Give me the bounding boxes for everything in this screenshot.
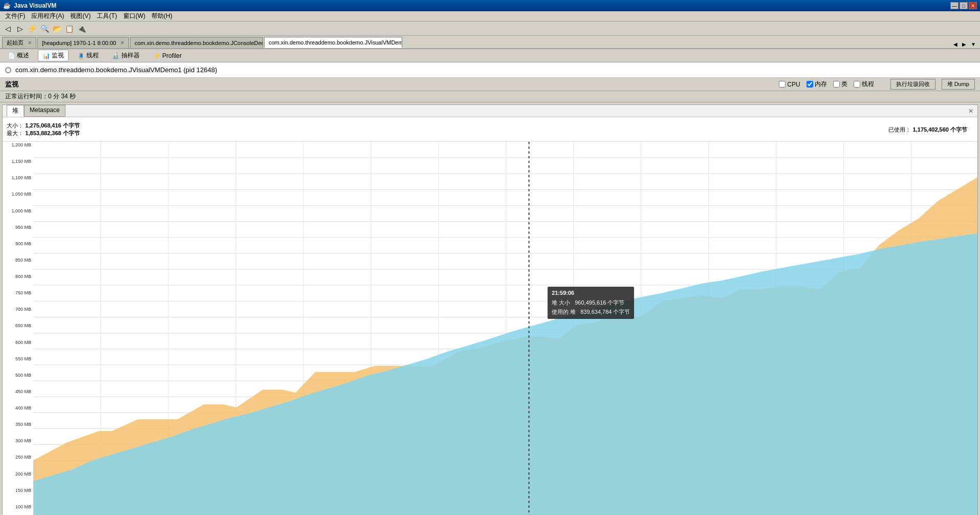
sub-tab-sampler-icon: 🔬 — [112, 52, 120, 59]
close-button[interactable]: ✕ — [969, 2, 977, 9]
toolbar-btn-5[interactable]: 📂 — [51, 23, 62, 34]
sub-tab-overview[interactable]: 📄 概述 — [3, 50, 34, 61]
main-area: 堆 Metaspace ✕ 大小： 1,275,068,416 个字节 最大： … — [0, 102, 980, 515]
y-label-1000: 1,000 MB — [3, 209, 33, 213]
used-label: 已使用： — [888, 126, 911, 132]
toolbar-btn-7[interactable]: 🔌 — [76, 23, 87, 34]
cb-mem-item[interactable]: 内存 — [807, 80, 827, 89]
sub-tab-sampler-label: 抽样器 — [121, 51, 140, 60]
sub-tab-profiler[interactable]: ⚡ Profiler — [148, 51, 186, 61]
sub-tab-profiler-label: Profiler — [162, 52, 182, 59]
menu-view[interactable]: 视图(V) — [67, 11, 94, 22]
y-label-1050: 1,050 MB — [3, 192, 33, 197]
y-label-900: 900 MB — [3, 242, 33, 246]
tooltip-used-heap-label: 使用的 堆 — [552, 309, 576, 315]
sub-tab-overview-label: 概述 — [17, 51, 29, 60]
tab-nav-right[interactable]: ▶ — [960, 40, 968, 48]
status-bar: 正常运行时间：0 分 34 秒 — [0, 91, 980, 102]
tab-visualvm1[interactable]: com.xin.demo.threaddemo.bookdemo.JVisual… — [264, 37, 402, 48]
heap-dump-button[interactable]: 堆 Dump — [942, 79, 975, 90]
monitor-label: 监视 — [5, 80, 18, 89]
tab-nav-left[interactable]: ◀ — [951, 40, 960, 48]
y-label-550: 550 MB — [3, 357, 33, 361]
minimize-button[interactable]: — — [950, 2, 959, 9]
y-label-400: 400 MB — [3, 406, 33, 411]
max-value: 1,853,882,368 个字节 — [25, 130, 79, 136]
cb-thread-item[interactable]: 线程 — [854, 80, 874, 89]
tab-start-label: 起始页 — [7, 39, 24, 47]
cb-class[interactable] — [833, 81, 840, 88]
app-name-bar: com.xin.demo.threaddemo.bookdemo.JVisual… — [0, 62, 980, 78]
tabs-row: 起始页 ✕ [heapdump] 1970-1-1 8:00:00 ✕ com.… — [0, 36, 980, 49]
chart-close[interactable]: ✕ — [968, 108, 973, 115]
y-label-650: 650 MB — [3, 324, 33, 328]
heap-svg — [33, 142, 977, 515]
app-dot — [5, 67, 11, 73]
sub-tab-thread-label: 线程 — [86, 51, 99, 60]
toolbar-btn-6[interactable]: 📋 — [63, 23, 75, 34]
title-bar: ☕ Java VisualVM — □ ✕ — [0, 0, 980, 11]
size-label: 大小： — [7, 122, 24, 128]
app-icon: ☕ — [3, 2, 11, 9]
toolbar: ◁ ▷ ⚡ 🔍 📂 📋 🔌 — [0, 22, 980, 36]
y-label-500: 500 MB — [3, 373, 33, 378]
tooltip-time: 21:59:06 — [552, 289, 630, 298]
window-title: Java VisualVM — [14, 2, 56, 9]
tab-start[interactable]: 起始页 ✕ — [2, 37, 36, 48]
tab-console2-label: com.xin.demo.threaddemo.bookdemo.JConsol… — [135, 40, 263, 46]
chart-header: 堆 Metaspace ✕ — [3, 105, 977, 117]
y-label-800: 800 MB — [3, 274, 33, 279]
chart-tab-metaspace[interactable]: Metaspace — [24, 105, 66, 117]
menu-tools[interactable]: 工具(T) — [94, 11, 120, 22]
sub-tab-sampler[interactable]: 🔬 抽样器 — [107, 50, 144, 61]
sub-tab-thread[interactable]: 🧵 线程 — [73, 50, 103, 61]
sub-tab-monitor[interactable]: 📊 监视 — [38, 50, 69, 61]
tab-heapdump-close[interactable]: ✕ — [120, 40, 124, 46]
cb-cpu-item[interactable]: CPU — [779, 81, 800, 88]
monitor-bar: 监视 CPU 内存 类 线程 执行垃圾回收 堆 Dump — [0, 78, 980, 91]
tab-start-close[interactable]: ✕ — [28, 40, 32, 46]
toolbar-btn-2[interactable]: ▷ — [14, 23, 26, 34]
sub-tab-profiler-icon: ⚡ — [153, 52, 161, 59]
cb-class-label: 类 — [841, 80, 847, 89]
tooltip-used-heap-value: 839,634,784 个字节 — [580, 309, 630, 315]
used-value: 1,175,402,560 个字节 — [913, 126, 967, 132]
tab-heapdump[interactable]: [heapdump] 1970-1-1 8:00:00 ✕ — [37, 37, 129, 48]
cb-class-item[interactable]: 类 — [833, 80, 847, 89]
max-label: 最大： — [7, 130, 24, 136]
cb-cpu-label: CPU — [787, 81, 800, 88]
cb-thread-label: 线程 — [862, 80, 874, 89]
menu-file[interactable]: 文件(F) — [2, 11, 28, 22]
runtime-status: 正常运行时间：0 分 34 秒 — [5, 92, 76, 101]
chart-tab-heap[interactable]: 堆 — [7, 105, 24, 117]
y-label-300: 300 MB — [3, 439, 33, 443]
y-axis: 1,200 MB 1,150 MB 1,100 MB 1,050 MB 1,00… — [3, 142, 33, 515]
tab-console2[interactable]: com.xin.demo.threaddemo.bookdemo.JConsol… — [130, 37, 263, 48]
tab-heapdump-label: [heapdump] 1970-1-1 8:00:00 — [42, 40, 116, 46]
menu-window[interactable]: 窗口(W) — [120, 11, 148, 22]
toolbar-btn-4[interactable]: 🔍 — [39, 23, 50, 34]
cb-cpu[interactable] — [779, 81, 786, 88]
toolbar-btn-3[interactable]: ⚡ — [27, 23, 38, 34]
y-label-250: 250 MB — [3, 455, 33, 460]
cb-thread[interactable] — [854, 81, 860, 88]
y-label-200: 200 MB — [3, 472, 33, 477]
menu-app[interactable]: 应用程序(A) — [28, 11, 67, 22]
app-name: com.xin.demo.threaddemo.bookdemo.JVisual… — [15, 66, 217, 74]
y-label-350: 350 MB — [3, 422, 33, 427]
cb-mem-label: 内存 — [815, 80, 827, 89]
tooltip-heap-size-label: 堆 大小 — [552, 299, 570, 306]
y-label-1200: 1,200 MB — [3, 143, 33, 147]
sub-tabs: 📄 概述 📊 监视 🧵 线程 🔬 抽样器 ⚡ Profiler — [0, 49, 980, 62]
menu-bar: 文件(F) 应用程序(A) 视图(V) 工具(T) 窗口(W) 帮助(H) — [0, 11, 980, 22]
chart-info-bar: 大小： 1,275,068,416 个字节 最大： 1,853,882,368 … — [3, 117, 977, 142]
tab-nav-dropdown[interactable]: ▼ — [969, 40, 978, 48]
menu-help[interactable]: 帮助(H) — [148, 11, 176, 22]
cb-mem[interactable] — [807, 81, 813, 88]
y-label-850: 850 MB — [3, 258, 33, 263]
maximize-button[interactable]: □ — [960, 2, 968, 9]
y-label-600: 600 MB — [3, 340, 33, 345]
toolbar-btn-1[interactable]: ◁ — [2, 23, 13, 34]
y-label-100: 100 MB — [3, 505, 33, 509]
gc-button[interactable]: 执行垃圾回收 — [890, 79, 935, 90]
